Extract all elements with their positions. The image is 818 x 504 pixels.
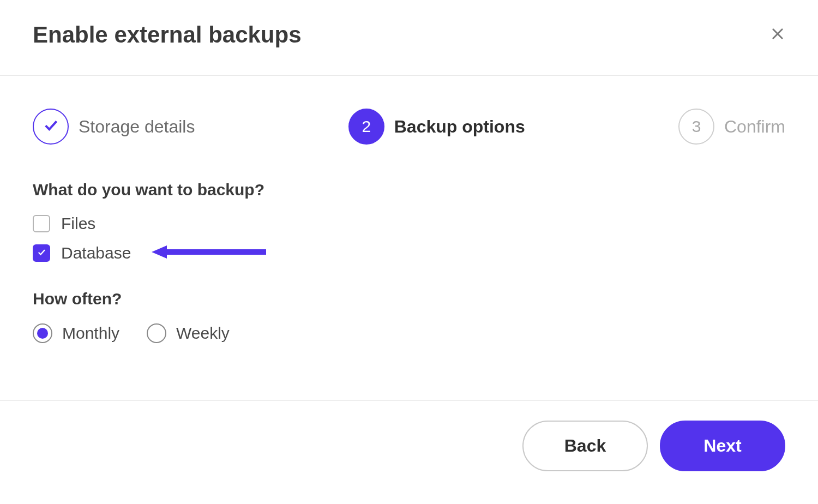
radio-monthly[interactable] (33, 323, 52, 343)
step-backup-options[interactable]: 2 Backup options (348, 109, 525, 145)
step-indicator: Storage details 2 Backup options 3 Confi… (33, 76, 785, 172)
checkbox-item-files: Files (33, 214, 785, 233)
step-storage-details[interactable]: Storage details (33, 109, 195, 145)
close-icon (770, 23, 785, 46)
checkbox-label: Database (61, 244, 131, 262)
step-label: Confirm (724, 117, 785, 137)
radio-label: Weekly (176, 324, 230, 343)
svg-rect-3 (166, 249, 266, 255)
check-icon (37, 247, 46, 259)
arrow-left-icon (152, 244, 266, 262)
close-button[interactable] (770, 25, 785, 45)
modal-header: Enable external backups (0, 0, 818, 76)
checkbox-label: Files (61, 214, 95, 233)
checkbox-database[interactable] (33, 244, 50, 262)
step-label: Backup options (394, 117, 525, 137)
next-button[interactable]: Next (660, 421, 785, 471)
modal-content: Storage details 2 Backup options 3 Confi… (0, 76, 818, 343)
step-confirm[interactable]: 3 Confirm (678, 109, 785, 145)
radio-label: Monthly (62, 324, 119, 343)
backup-what-group: Files Database (33, 214, 785, 262)
modal-title: Enable external backups (33, 22, 302, 48)
step-circle-upcoming: 3 (678, 109, 714, 145)
radio-item-monthly: Monthly (33, 323, 119, 343)
radio-weekly[interactable] (147, 323, 166, 343)
arrow-annotation (152, 244, 266, 262)
checkbox-item-database: Database (33, 244, 785, 262)
section-title-what: What do you want to backup? (33, 181, 785, 199)
checkbox-files[interactable] (33, 215, 50, 232)
check-icon (42, 116, 59, 137)
modal-footer: Back Next (0, 400, 818, 504)
step-circle-completed (33, 109, 69, 145)
radio-item-weekly: Weekly (147, 323, 230, 343)
step-circle-active: 2 (348, 109, 384, 145)
step-label: Storage details (79, 117, 195, 137)
svg-marker-2 (152, 245, 167, 259)
backup-frequency-group: Monthly Weekly (33, 323, 785, 343)
back-button[interactable]: Back (522, 421, 648, 471)
section-title-frequency: How often? (33, 290, 785, 308)
